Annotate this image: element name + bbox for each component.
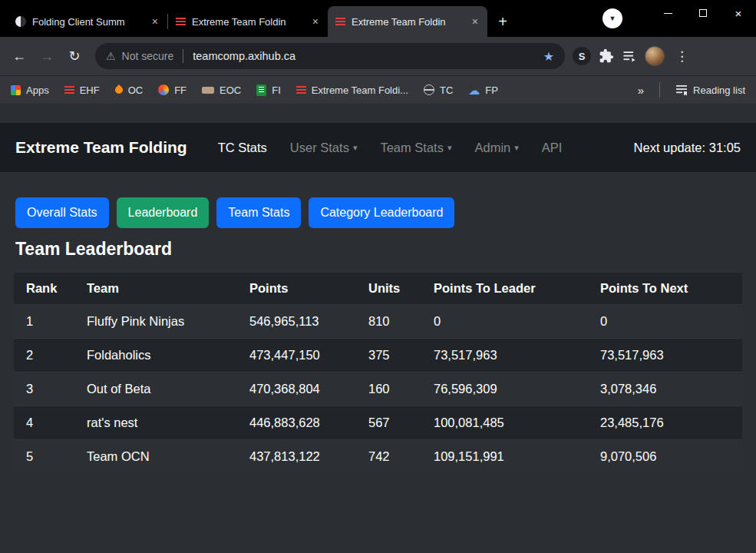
flame-icon <box>114 84 124 95</box>
bookmark-tc[interactable]: TC <box>424 84 453 96</box>
bookmark-ff[interactable]: FF <box>158 84 187 96</box>
cell-team: Team OCN <box>74 440 237 474</box>
back-icon[interactable]: ← <box>9 48 29 65</box>
caret-down-icon: ▾ <box>514 143 519 153</box>
nav-user-stats[interactable]: User Stats ▾ <box>290 141 358 155</box>
nav-label: User Stats <box>290 141 349 155</box>
ehf-favicon <box>64 86 74 94</box>
close-button[interactable]: × <box>721 0 756 26</box>
new-tab-button[interactable]: + <box>492 11 513 32</box>
tab-extreme-team-folding-1[interactable]: Extreme Team Foldin × <box>168 6 328 37</box>
cell-points-to-leader: 73,517,963 <box>421 339 588 373</box>
media-controls-button[interactable]: ▼ <box>602 8 622 28</box>
leaderboard-button[interactable]: Leaderboard <box>117 197 210 228</box>
playlist-extension-icon[interactable] <box>622 48 637 64</box>
cell-points-to-next: 3,078,346 <box>588 373 742 406</box>
cell-points: 446,883,628 <box>237 406 356 440</box>
tab-title: Folding Client Summ <box>32 16 144 28</box>
sheet-grid <box>259 87 264 94</box>
cell-team: rat's nest <box>74 406 237 440</box>
bookmark-oc[interactable]: OC <box>115 84 144 96</box>
minimize-icon <box>664 13 672 14</box>
bookmark-eoc[interactable]: EOC <box>202 84 241 96</box>
table-row: 4 rat's nest 446,883,628 567 100,081,485… <box>14 406 742 440</box>
browser-window: Folding Client Summ × Extreme Team Foldi… <box>0 0 756 553</box>
cell-points-to-leader: 0 <box>421 305 588 339</box>
tab-strip: Folding Client Summ × Extreme Team Foldi… <box>0 0 756 37</box>
bookmark-label: Extreme Team Foldi... <box>312 84 408 96</box>
cell-units: 567 <box>356 406 421 440</box>
bookmark-label: TC <box>440 84 453 96</box>
col-rank: Rank <box>14 273 74 305</box>
reading-list-button[interactable]: Reading list <box>675 84 745 96</box>
window-controls: × <box>650 0 756 26</box>
bookmark-apps[interactable]: Apps <box>11 84 49 96</box>
address-bar[interactable]: ⚠ Not secure teamcomp.axihub.ca ★ <box>95 43 565 69</box>
reading-list-icon <box>675 84 688 96</box>
cell-team: Foldaholics <box>74 339 237 373</box>
cell-rank: 5 <box>14 440 74 474</box>
cell-points-to-leader: 109,151,991 <box>421 440 588 474</box>
table-row: 1 Fluffy Pink Ninjas 546,965,113 810 0 0 <box>14 305 742 339</box>
cell-points-to-next: 0 <box>588 305 742 339</box>
cell-units: 375 <box>356 339 421 373</box>
tab-extreme-team-folding-2-active[interactable]: Extreme Team Foldin × <box>328 6 487 37</box>
nav-label: Admin <box>475 141 511 155</box>
bookmark-ehf[interactable]: EHF <box>64 84 100 96</box>
bookmark-extreme-team-folding[interactable]: Extreme Team Foldi... <box>296 84 408 96</box>
page-title: Team Leaderboard <box>15 239 756 260</box>
table-row: 2 Foldaholics 473,447,150 375 73,517,963… <box>14 339 742 373</box>
bookmark-fp[interactable]: ☁ FP <box>468 84 498 96</box>
extensions-puzzle-icon[interactable] <box>599 48 614 64</box>
cell-points-to-next: 9,070,506 <box>588 440 742 474</box>
tab-title: Extreme Team Foldin <box>192 16 305 28</box>
bookmark-star-icon[interactable]: ★ <box>543 49 554 64</box>
skype-extension-icon[interactable]: S <box>573 47 591 65</box>
reading-list-label: Reading list <box>693 84 745 96</box>
ff-favicon <box>158 84 169 95</box>
minimize-button[interactable] <box>650 0 685 26</box>
bookmark-label: Apps <box>26 84 49 96</box>
bookmarks-overflow-icon[interactable]: » <box>638 84 644 97</box>
forward-icon[interactable]: → <box>37 48 57 65</box>
sheet-icon <box>256 84 266 96</box>
cell-team: Out of Beta <box>74 373 237 406</box>
nav-tc-stats[interactable]: TC Stats <box>218 141 267 155</box>
skype-letter: S <box>579 51 586 62</box>
category-leaderboard-button[interactable]: Category Leaderboard <box>309 197 454 228</box>
nav-api[interactable]: API <box>542 141 563 155</box>
url-text: teamcomp.axihub.ca <box>193 50 536 62</box>
profile-avatar[interactable] <box>645 46 665 66</box>
cell-points: 473,447,150 <box>237 339 356 373</box>
cell-points-to-leader: 100,081,485 <box>421 406 588 440</box>
tab-title: Extreme Team Foldin <box>352 16 464 28</box>
team-stats-button[interactable]: Team Stats <box>216 197 301 228</box>
site-nav: TC Stats User Stats ▾ Team Stats ▾ Admin… <box>218 141 563 155</box>
table-header: Rank Team Points Units Points To Leader … <box>14 273 742 305</box>
tab-close-icon[interactable]: × <box>150 15 160 28</box>
tab-close-icon[interactable]: × <box>311 15 320 28</box>
chevron-down-icon: ▼ <box>609 15 616 22</box>
cell-units: 810 <box>356 305 421 339</box>
caret-down-icon: ▾ <box>353 143 358 153</box>
bookmark-label: OC <box>128 84 144 96</box>
cell-rank: 2 <box>14 339 74 373</box>
bookmark-label: EHF <box>80 84 100 96</box>
site-brand[interactable]: Extreme Team Folding <box>15 138 187 157</box>
bookmark-fi[interactable]: FI <box>256 84 281 96</box>
tab-close-icon[interactable]: × <box>470 15 480 28</box>
security-label: Not secure <box>122 50 174 62</box>
nav-team-stats[interactable]: Team Stats ▾ <box>380 141 451 155</box>
stats-button-row: Overall Stats Leaderboard Team Stats Cat… <box>15 197 741 228</box>
tab-folding-client[interactable]: Folding Client Summ × <box>8 6 167 37</box>
folding-client-favicon <box>15 16 26 27</box>
table-row: 3 Out of Beta 470,368,804 160 76,596,309… <box>14 373 742 406</box>
col-points-to-leader: Points To Leader <box>421 273 588 305</box>
overall-stats-button[interactable]: Overall Stats <box>15 197 109 228</box>
menu-kebab-icon[interactable]: ⋮ <box>672 48 692 65</box>
cloud-icon: ☁ <box>468 84 480 96</box>
reload-icon[interactable]: ↻ <box>64 48 84 65</box>
maximize-button[interactable] <box>685 0 721 26</box>
nav-admin[interactable]: Admin ▾ <box>475 141 519 155</box>
next-update-label: Next update: 31:05 <box>634 141 741 155</box>
